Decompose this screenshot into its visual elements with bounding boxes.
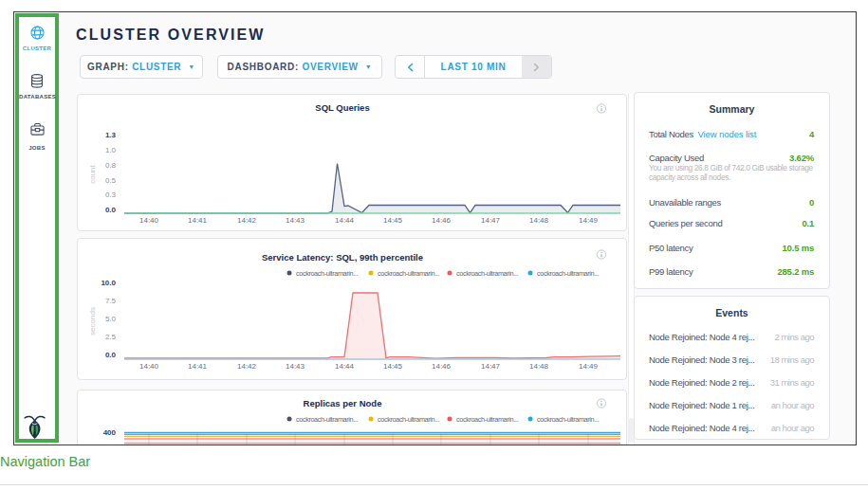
svg-text:cockroach-ultramarin...: cockroach-ultramarin... [537,269,599,278]
svg-text:count: count [88,164,97,183]
svg-text:0.8: 0.8 [105,161,117,170]
svg-text:1.0: 1.0 [105,146,117,154]
svg-text:0.5: 0.5 [105,176,117,185]
svg-text:14:40: 14:40 [139,362,159,371]
svg-text:seconds: seconds [88,307,97,336]
svg-text:cockroach-ultramarin...: cockroach-ultramarin... [296,269,358,278]
svg-text:cockroach-ultramarin...: cockroach-ultramarin... [378,269,439,278]
svg-text:cockroach-ultramarin...: cockroach-ultramarin... [456,269,518,278]
svg-text:2.5: 2.5 [105,333,117,341]
svg-text:Service Latency: SQL, 99th per: Service Latency: SQL, 99th percentile [262,252,423,263]
svg-text:14:49: 14:49 [579,216,599,225]
svg-text:14:48: 14:48 [529,362,549,371]
svg-text:14:47: 14:47 [481,362,501,371]
svg-text:0.3: 0.3 [105,191,117,199]
svg-text:14:41: 14:41 [188,362,208,371]
svg-text:14:44: 14:44 [335,216,355,225]
svg-text:1.3: 1.3 [105,131,117,139]
svg-text:10.0: 10.0 [101,279,116,287]
svg-text:14:49: 14:49 [579,362,599,371]
svg-text:14:40: 14:40 [139,216,159,225]
svg-text:14:46: 14:46 [432,216,452,225]
svg-text:5.0: 5.0 [105,315,117,323]
svg-text:14:43: 14:43 [286,216,305,225]
svg-text:14:48: 14:48 [529,216,549,225]
svg-text:14:44: 14:44 [335,362,355,371]
svg-text:14:45: 14:45 [383,362,403,371]
svg-text:400: 400 [103,428,117,437]
svg-text:14:47: 14:47 [481,216,501,225]
svg-text:0.0: 0.0 [105,206,117,214]
svg-text:cockroach-ultramarin...: cockroach-ultramarin... [378,415,439,424]
svg-text:SQL Queries: SQL Queries [315,102,369,113]
svg-text:14:41: 14:41 [188,216,208,225]
svg-text:14:42: 14:42 [237,216,257,225]
svg-text:14:43: 14:43 [286,362,305,371]
svg-text:cockroach-ultramarin...: cockroach-ultramarin... [296,415,358,424]
svg-text:14:45: 14:45 [383,216,403,225]
svg-text:Replicas per Node: Replicas per Node [304,398,382,408]
svg-text:cockroach-ultramarin...: cockroach-ultramarin... [456,415,518,424]
svg-text:7.5: 7.5 [105,297,117,305]
svg-text:0.0: 0.0 [105,351,117,359]
svg-text:14:42: 14:42 [237,362,257,371]
svg-text:14:46: 14:46 [432,362,452,371]
svg-text:cockroach-ultramarin...: cockroach-ultramarin... [537,415,599,424]
